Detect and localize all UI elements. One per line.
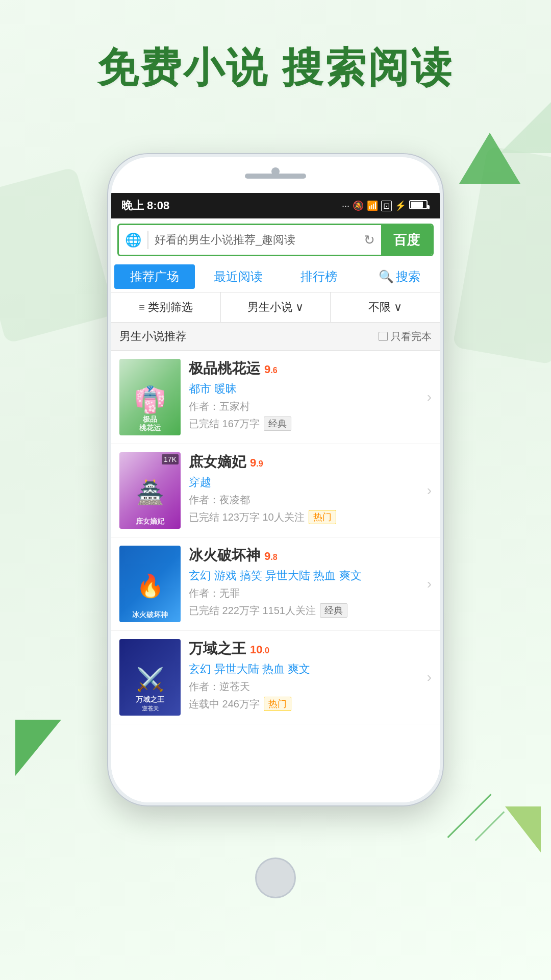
bg-triangle-top-right: [500, 92, 551, 153]
book-list: 👘 极品桃花运 极品桃花运 9.6 都市 暖昧: [111, 351, 440, 802]
chevron-right-1: ›: [427, 389, 432, 405]
tab-recent[interactable]: 最近阅读: [198, 261, 279, 292]
book-tag-3: 经典: [320, 603, 347, 618]
tab-ranking[interactable]: 排行榜: [279, 261, 359, 292]
book-genre-2: 穿越: [189, 475, 432, 490]
mute-icon: 🔕: [353, 200, 364, 211]
book-meta-2: 已完结 123万字 10人关注 热门: [189, 510, 432, 524]
book-item-4[interactable]: ⚔️ 万域之王逆苍天 万域之王 10.0 玄幻 异世大陆 热血: [111, 631, 440, 724]
phone-mockup: 晚上 8:08 ··· 🔕 📶 ⊡ ⚡ 🌐: [107, 153, 444, 868]
status-bar: 晚上 8:08 ··· 🔕 📶 ⊡ ⚡: [111, 193, 440, 218]
baidu-button[interactable]: 百度: [381, 225, 432, 255]
book-info-3: 冰火破坏神 9.8 玄幻 游戏 搞笑 异世大陆 热血 爽文 作者：无罪 已完结 …: [189, 546, 432, 622]
filter-genre[interactable]: 男生小说 ∨: [221, 292, 331, 322]
book-meta-1: 已完结 167万字 经典: [189, 416, 432, 431]
globe-icon: 🌐: [119, 232, 147, 248]
chevron-right-2: ›: [427, 482, 432, 499]
phone-inner: 晚上 8:08 ··· 🔕 📶 ⊡ ⚡ 🌐: [111, 157, 440, 802]
section-title: 男生小说推荐: [119, 329, 187, 344]
status-icons: ··· 🔕 📶 ⊡ ⚡: [342, 200, 430, 212]
book-title-1: 极品桃花运: [189, 359, 260, 378]
book-title-3: 冰火破坏神: [189, 546, 260, 565]
chevron-right-4: ›: [427, 669, 432, 685]
sim-icon: ⊡: [381, 201, 392, 211]
tab-bar: 推荐广场 最近阅读 排行榜 🔍 搜索: [111, 261, 440, 292]
book-genre-1: 都市 暖昧: [189, 381, 432, 397]
book-cover-3: 🔥 冰火破坏神: [119, 546, 181, 622]
filter-list-icon: ≡: [139, 302, 145, 313]
filter-bar: ≡ 类别筛选 男生小说 ∨ 不限 ∨: [111, 292, 440, 323]
filter-category[interactable]: ≡ 类别筛选: [111, 292, 221, 322]
book-tag-4: 热门: [264, 697, 291, 711]
chevron-down-genre-icon: ∨: [295, 301, 304, 314]
book-author-2: 作者：夜凌都: [189, 493, 432, 507]
bg-line-right: [447, 794, 492, 838]
book-info-1: 极品桃花运 9.6 都市 暖昧 作者：五家村 已完结 167万字 经典: [189, 359, 432, 435]
book-rating-1: 9.6: [264, 363, 278, 376]
book-cover-4: ⚔️ 万域之王逆苍天: [119, 639, 181, 716]
bg-decoration-right: [453, 146, 551, 365]
phone-speaker: [245, 174, 306, 179]
flash-icon: ⚡: [395, 200, 406, 211]
bg-line-right2: [475, 811, 505, 841]
headline: 免费小说 搜索阅读: [0, 41, 551, 96]
tab-recommend[interactable]: 推荐广场: [114, 264, 195, 289]
book-author-4: 作者：逆苍天: [189, 680, 432, 694]
bg-triangle-bottom-left: [15, 720, 61, 776]
book-meta-4: 连载中 246万字 热门: [189, 697, 432, 711]
phone-outer: 晚上 8:08 ··· 🔕 📶 ⊡ ⚡ 🌐: [107, 153, 444, 806]
signal-dots: ···: [342, 201, 349, 211]
search-input[interactable]: 好看的男生小说推荐_趣阅读: [148, 232, 358, 248]
book-title-4: 万域之王: [189, 639, 246, 658]
book-tag-2: 热门: [309, 510, 336, 524]
filter-limit[interactable]: 不限 ∨: [331, 292, 440, 322]
chevron-down-limit-icon: ∨: [394, 301, 402, 314]
refresh-icon[interactable]: ↻: [358, 232, 381, 248]
book-info-4: 万域之王 10.0 玄幻 异世大陆 热血 爽文 作者：逆苍天 连载中 246万字…: [189, 639, 432, 716]
book-meta-3: 已完结 222万字 1151人关注 经典: [189, 603, 432, 618]
section-header: 男生小说推荐 只看完本: [111, 323, 440, 351]
book-item-3[interactable]: 🔥 冰火破坏神 冰火破坏神 9.8 玄幻 游戏 搞笑 异世大: [111, 537, 440, 631]
book-genre-4: 玄幻 异世大陆 热血 爽文: [189, 662, 432, 677]
bg-triangle-bottom-right: [505, 806, 541, 852]
book-title-2: 庶女嫡妃: [189, 452, 246, 472]
book-rating-3: 9.8: [264, 550, 278, 563]
battery-icon: [409, 200, 430, 212]
book-genre-3: 玄幻 游戏 搞笑 异世大陆 热血 爽文: [189, 568, 432, 583]
book-rating-4: 10.0: [250, 643, 269, 656]
book-cover-2: 🏯 17K 庶女嫡妃: [119, 452, 181, 529]
book-author-3: 作者：无罪: [189, 586, 432, 600]
section-filter[interactable]: 只看完本: [379, 330, 432, 344]
search-magnifier-icon: 🔍: [379, 270, 394, 284]
status-time: 晚上 8:08: [121, 198, 169, 213]
book-cover-1: 👘 极品桃花运: [119, 359, 181, 435]
book-item-2[interactable]: 🏯 17K 庶女嫡妃 庶女嫡妃 9.9: [111, 444, 440, 537]
wifi-icon: 📶: [367, 200, 378, 211]
completed-checkbox[interactable]: [379, 332, 388, 341]
completed-filter-label: 只看完本: [391, 330, 432, 344]
bg-decoration-left: [0, 167, 115, 344]
book-info-2: 庶女嫡妃 9.9 穿越 作者：夜凌都 已完结 123万字 10人关注 热门: [189, 452, 432, 529]
book-tag-1: 经典: [264, 416, 291, 431]
phone-screen: 晚上 8:08 ··· 🔕 📶 ⊡ ⚡ 🌐: [111, 193, 440, 802]
tab-search[interactable]: 🔍 搜索: [359, 261, 440, 292]
bg-triangle-green-top: [459, 133, 520, 184]
phone-home-button[interactable]: [255, 857, 296, 898]
book-author-1: 作者：五家村: [189, 400, 432, 413]
book-rating-2: 9.9: [250, 456, 263, 470]
chevron-right-3: ›: [427, 576, 432, 592]
book-item-1[interactable]: 👘 极品桃花运 极品桃花运 9.6 都市 暖昧: [111, 351, 440, 444]
search-bar[interactable]: 🌐 好看的男生小说推荐_趣阅读 ↻ 百度: [117, 224, 434, 256]
